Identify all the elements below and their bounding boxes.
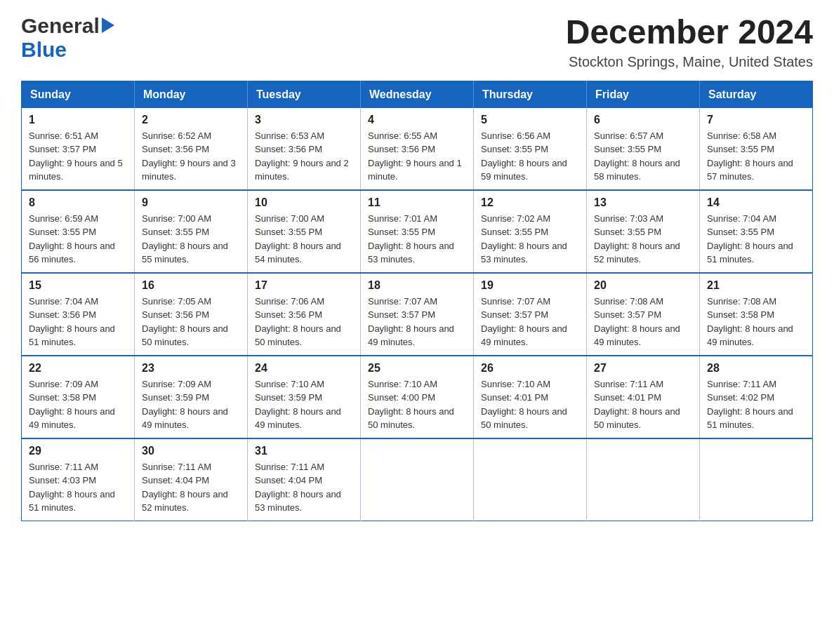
calendar-week-row: 1 Sunrise: 6:51 AMSunset: 3:57 PMDayligh… <box>22 108 813 190</box>
weekday-header-friday: Friday <box>587 81 700 108</box>
calendar-day-cell: 8 Sunrise: 6:59 AMSunset: 3:55 PMDayligh… <box>22 190 135 273</box>
day-number: 27 <box>594 362 692 375</box>
day-number: 26 <box>481 362 579 375</box>
calendar-day-cell: 21 Sunrise: 7:08 AMSunset: 3:58 PMDaylig… <box>700 273 813 356</box>
day-info: Sunrise: 6:56 AMSunset: 3:55 PMDaylight:… <box>481 129 579 184</box>
day-info: Sunrise: 6:52 AMSunset: 3:56 PMDaylight:… <box>142 129 240 184</box>
day-number: 31 <box>255 445 353 457</box>
calendar-day-cell: 25 Sunrise: 7:10 AMSunset: 4:00 PMDaylig… <box>361 356 474 438</box>
page-header: General Blue December 2024 Stockton Spri… <box>21 14 813 70</box>
calendar-day-cell: 19 Sunrise: 7:07 AMSunset: 3:57 PMDaylig… <box>474 273 587 356</box>
day-number: 6 <box>594 114 692 126</box>
calendar-day-cell: 11 Sunrise: 7:01 AMSunset: 3:55 PMDaylig… <box>361 190 474 273</box>
calendar-week-row: 22 Sunrise: 7:09 AMSunset: 3:58 PMDaylig… <box>22 356 813 438</box>
day-info: Sunrise: 7:07 AMSunset: 3:57 PMDaylight:… <box>481 295 579 349</box>
day-info: Sunrise: 7:09 AMSunset: 3:58 PMDaylight:… <box>29 377 127 432</box>
day-number: 18 <box>368 279 466 292</box>
day-info: Sunrise: 6:58 AMSunset: 3:55 PMDaylight:… <box>707 129 805 184</box>
day-info: Sunrise: 7:07 AMSunset: 3:57 PMDaylight:… <box>368 295 466 349</box>
day-number: 13 <box>594 196 692 209</box>
day-info: Sunrise: 6:55 AMSunset: 3:56 PMDaylight:… <box>368 129 466 184</box>
calendar-week-row: 29 Sunrise: 7:11 AMSunset: 4:03 PMDaylig… <box>22 438 813 521</box>
calendar-day-cell: 3 Sunrise: 6:53 AMSunset: 3:56 PMDayligh… <box>248 108 361 190</box>
day-number: 1 <box>29 114 127 126</box>
day-number: 24 <box>255 362 353 375</box>
calendar-day-cell: 28 Sunrise: 7:11 AMSunset: 4:02 PMDaylig… <box>700 356 813 438</box>
day-number: 5 <box>481 114 579 126</box>
day-info: Sunrise: 7:11 AMSunset: 4:01 PMDaylight:… <box>594 377 692 432</box>
calendar-day-cell: 4 Sunrise: 6:55 AMSunset: 3:56 PMDayligh… <box>361 108 474 190</box>
calendar-day-cell: 17 Sunrise: 7:06 AMSunset: 3:56 PMDaylig… <box>248 273 361 356</box>
day-number: 11 <box>368 196 466 209</box>
calendar-week-row: 15 Sunrise: 7:04 AMSunset: 3:56 PMDaylig… <box>22 273 813 356</box>
calendar-day-cell: 18 Sunrise: 7:07 AMSunset: 3:57 PMDaylig… <box>361 273 474 356</box>
day-number: 22 <box>29 362 127 375</box>
calendar-day-cell: 22 Sunrise: 7:09 AMSunset: 3:58 PMDaylig… <box>22 356 135 438</box>
svg-marker-0 <box>102 18 114 33</box>
day-number: 20 <box>594 279 692 292</box>
day-info: Sunrise: 7:00 AMSunset: 3:55 PMDaylight:… <box>142 212 240 267</box>
day-number: 15 <box>29 279 127 292</box>
day-number: 2 <box>142 114 240 126</box>
day-number: 16 <box>142 279 240 292</box>
calendar-day-cell: 31 Sunrise: 7:11 AMSunset: 4:04 PMDaylig… <box>248 438 361 521</box>
calendar-day-cell: 20 Sunrise: 7:08 AMSunset: 3:57 PMDaylig… <box>587 273 700 356</box>
day-number: 7 <box>707 114 805 126</box>
day-number: 28 <box>707 362 805 375</box>
day-info: Sunrise: 7:08 AMSunset: 3:58 PMDaylight:… <box>707 295 805 349</box>
weekday-header-monday: Monday <box>135 81 248 108</box>
calendar-day-cell: 6 Sunrise: 6:57 AMSunset: 3:55 PMDayligh… <box>587 108 700 190</box>
day-number: 29 <box>29 445 127 457</box>
calendar-day-cell: 24 Sunrise: 7:10 AMSunset: 3:59 PMDaylig… <box>248 356 361 438</box>
calendar-day-cell: 16 Sunrise: 7:05 AMSunset: 3:56 PMDaylig… <box>135 273 248 356</box>
weekday-header-row: SundayMondayTuesdayWednesdayThursdayFrid… <box>22 81 813 108</box>
calendar-day-cell: 15 Sunrise: 7:04 AMSunset: 3:56 PMDaylig… <box>22 273 135 356</box>
weekday-header-sunday: Sunday <box>22 81 135 108</box>
calendar-day-cell: 9 Sunrise: 7:00 AMSunset: 3:55 PMDayligh… <box>135 190 248 273</box>
empty-day-cell <box>361 438 474 521</box>
day-info: Sunrise: 7:11 AMSunset: 4:04 PMDaylight:… <box>142 460 240 515</box>
empty-day-cell <box>587 438 700 521</box>
calendar-day-cell: 12 Sunrise: 7:02 AMSunset: 3:55 PMDaylig… <box>474 190 587 273</box>
weekday-header-tuesday: Tuesday <box>248 81 361 108</box>
weekday-header-thursday: Thursday <box>474 81 587 108</box>
calendar-table: SundayMondayTuesdayWednesdayThursdayFrid… <box>21 81 813 521</box>
day-info: Sunrise: 7:00 AMSunset: 3:55 PMDaylight:… <box>255 212 353 267</box>
day-number: 12 <box>481 196 579 209</box>
calendar-week-row: 8 Sunrise: 6:59 AMSunset: 3:55 PMDayligh… <box>22 190 813 273</box>
location-subtitle: Stockton Springs, Maine, United States <box>566 54 813 70</box>
logo: General Blue <box>21 14 114 62</box>
day-number: 9 <box>142 196 240 209</box>
day-info: Sunrise: 7:08 AMSunset: 3:57 PMDaylight:… <box>594 295 692 349</box>
calendar-day-cell: 26 Sunrise: 7:10 AMSunset: 4:01 PMDaylig… <box>474 356 587 438</box>
day-info: Sunrise: 7:11 AMSunset: 4:04 PMDaylight:… <box>255 460 353 515</box>
day-number: 21 <box>707 279 805 292</box>
empty-day-cell <box>700 438 813 521</box>
weekday-header-saturday: Saturday <box>700 81 813 108</box>
calendar-day-cell: 13 Sunrise: 7:03 AMSunset: 3:55 PMDaylig… <box>587 190 700 273</box>
calendar-day-cell: 27 Sunrise: 7:11 AMSunset: 4:01 PMDaylig… <box>587 356 700 438</box>
day-info: Sunrise: 6:59 AMSunset: 3:55 PMDaylight:… <box>29 212 127 267</box>
day-info: Sunrise: 7:11 AMSunset: 4:03 PMDaylight:… <box>29 460 127 515</box>
day-info: Sunrise: 7:10 AMSunset: 3:59 PMDaylight:… <box>255 377 353 432</box>
day-info: Sunrise: 7:03 AMSunset: 3:55 PMDaylight:… <box>594 212 692 267</box>
day-info: Sunrise: 7:11 AMSunset: 4:02 PMDaylight:… <box>707 377 805 432</box>
calendar-day-cell: 14 Sunrise: 7:04 AMSunset: 3:55 PMDaylig… <box>700 190 813 273</box>
day-info: Sunrise: 6:51 AMSunset: 3:57 PMDaylight:… <box>29 129 127 184</box>
day-info: Sunrise: 7:10 AMSunset: 4:00 PMDaylight:… <box>368 377 466 432</box>
calendar-day-cell: 5 Sunrise: 6:56 AMSunset: 3:55 PMDayligh… <box>474 108 587 190</box>
day-info: Sunrise: 7:05 AMSunset: 3:56 PMDaylight:… <box>142 295 240 349</box>
day-number: 3 <box>255 114 353 126</box>
day-info: Sunrise: 6:57 AMSunset: 3:55 PMDaylight:… <box>594 129 692 184</box>
day-info: Sunrise: 7:04 AMSunset: 3:55 PMDaylight:… <box>707 212 805 267</box>
title-section: December 2024 Stockton Springs, Maine, U… <box>566 14 813 70</box>
calendar-day-cell: 29 Sunrise: 7:11 AMSunset: 4:03 PMDaylig… <box>22 438 135 521</box>
logo-blue-text: Blue <box>21 38 67 61</box>
calendar-day-cell: 7 Sunrise: 6:58 AMSunset: 3:55 PMDayligh… <box>700 108 813 190</box>
day-info: Sunrise: 7:02 AMSunset: 3:55 PMDaylight:… <box>481 212 579 267</box>
day-number: 25 <box>368 362 466 375</box>
day-info: Sunrise: 7:06 AMSunset: 3:56 PMDaylight:… <box>255 295 353 349</box>
month-title: December 2024 <box>566 14 813 51</box>
weekday-header-wednesday: Wednesday <box>361 81 474 108</box>
day-number: 10 <box>255 196 353 209</box>
